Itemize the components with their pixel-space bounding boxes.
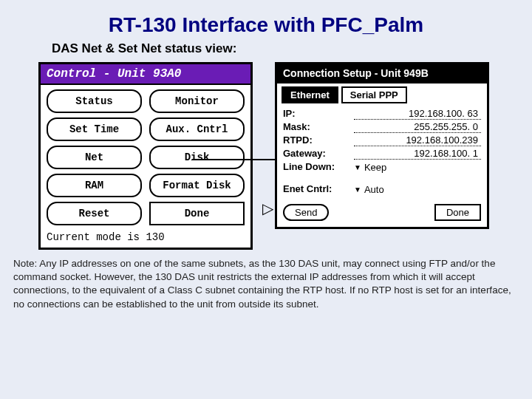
net-button[interactable]: Net xyxy=(47,146,142,169)
send-button[interactable]: Send xyxy=(283,204,329,221)
enet-cntrl-dropdown[interactable]: ▼ Auto xyxy=(354,184,384,195)
aux-cntrl-button[interactable]: Aux. Cntrl xyxy=(149,117,245,141)
line-down-dropdown[interactable]: ▼ Keep xyxy=(354,162,386,173)
connection-panel: Connection Setup - Unit 949B Ethernet Se… xyxy=(275,62,489,229)
disk-button[interactable]: Disk xyxy=(149,146,245,169)
mask-label: Mask: xyxy=(283,121,354,132)
chevron-down-icon: ▼ xyxy=(354,163,361,171)
gateway-label: Gateway: xyxy=(283,148,354,159)
enet-cntrl-value: Auto xyxy=(364,184,384,195)
screenshot-row: Control - Unit 93A0 Status Monitor Set T… xyxy=(0,62,532,250)
arrow-connector-line xyxy=(192,159,277,160)
rtpd-field[interactable]: 192.168.100.239 xyxy=(354,134,481,146)
line-down-value: Keep xyxy=(364,162,386,173)
reset-button[interactable]: Reset xyxy=(47,202,142,225)
set-time-button[interactable]: Set Time xyxy=(47,117,142,141)
status-button[interactable]: Status xyxy=(47,89,142,113)
ip-field[interactable]: 192.168.100. 63 xyxy=(354,108,481,120)
note-text: Note: Any IP addresses on one of the sam… xyxy=(0,250,532,311)
mask-field[interactable]: 255.255.255. 0 xyxy=(354,121,481,133)
done-button[interactable]: Done xyxy=(149,202,245,225)
monitor-button[interactable]: Monitor xyxy=(149,89,245,113)
tab-ethernet[interactable]: Ethernet xyxy=(282,86,338,103)
done-button-connection[interactable]: Done xyxy=(434,204,481,221)
connection-titlebar: Connection Setup - Unit 949B xyxy=(277,64,487,83)
slide-subtitle: DAS Net & Set Net status view: xyxy=(0,41,532,62)
chevron-down-icon: ▼ xyxy=(354,185,361,194)
arrow-right-icon: ▷ xyxy=(262,200,273,217)
control-panel: Control - Unit 93A0 Status Monitor Set T… xyxy=(38,62,253,250)
slide-title: RT-130 Interface with PFC_Palm xyxy=(0,0,532,41)
tab-serial-ppp[interactable]: Serial PPP xyxy=(341,86,407,103)
gateway-field[interactable]: 192.168.100. 1 xyxy=(354,148,481,160)
mode-status-text: Current mode is 130 xyxy=(41,228,250,248)
ram-button[interactable]: RAM xyxy=(47,174,142,197)
enet-cntrl-label: Enet Cntrl: xyxy=(283,183,354,194)
ip-label: IP: xyxy=(283,108,354,119)
line-down-label: Line Down: xyxy=(283,161,354,172)
rtpd-label: RTPD: xyxy=(283,134,354,146)
format-disk-button[interactable]: Format Disk xyxy=(149,174,245,197)
control-titlebar: Control - Unit 93A0 xyxy=(41,64,250,85)
